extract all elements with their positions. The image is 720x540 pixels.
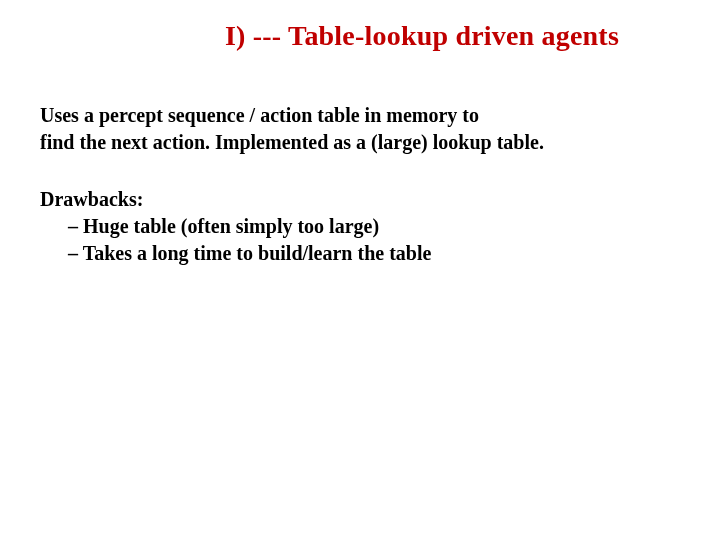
slide: I) --- Table-lookup driven agents Uses a… (0, 0, 720, 287)
list-item: Huge table (often simply too large) (68, 213, 680, 240)
drawbacks-list: Huge table (often simply too large) Take… (68, 213, 680, 267)
intro-line-2: find the next action. Implemented as a (… (40, 131, 544, 153)
drawbacks-heading: Drawbacks: (40, 186, 680, 213)
intro-paragraph: Uses a percept sequence / action table i… (40, 102, 680, 156)
intro-line-1: Uses a percept sequence / action table i… (40, 104, 479, 126)
list-item: Takes a long time to build/learn the tab… (68, 240, 680, 267)
slide-title: I) --- Table-lookup driven agents (225, 20, 680, 52)
